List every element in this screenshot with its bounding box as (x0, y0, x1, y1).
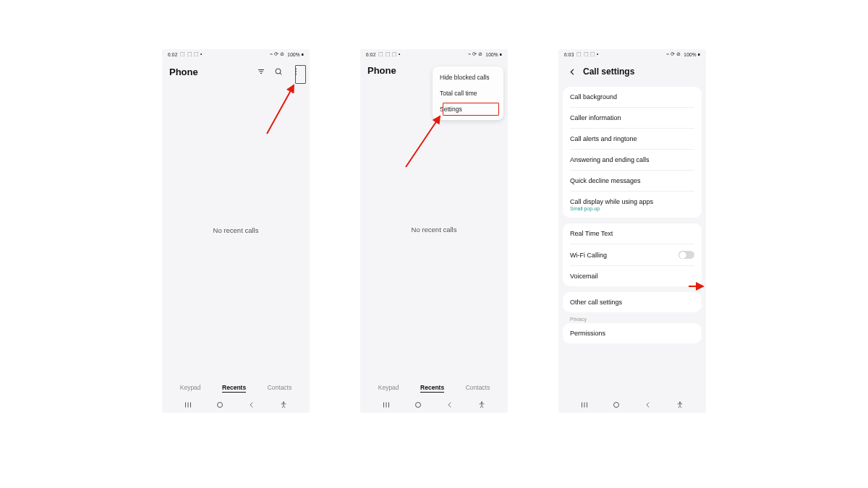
screenshot-phone-app: 6:02 ⬚ ⬚ ⬚ • ⌁ ⟳ ⊘ 100%∎ Phone No recent… (162, 49, 310, 413)
settings-group-1: Call background Caller information Call … (563, 87, 702, 218)
row-label: Voicemail (570, 273, 598, 280)
recents-nav-icon[interactable] (381, 400, 391, 410)
status-time: 6:02 (168, 52, 177, 57)
arrow-to-more (263, 80, 299, 140)
row-label: Other call settings (570, 299, 622, 306)
tab-keypad[interactable]: Keypad (180, 384, 201, 393)
android-navbar (162, 397, 310, 413)
status-time: 6:03 (564, 52, 574, 57)
android-navbar (558, 397, 706, 413)
row-caller-info[interactable]: Caller information (570, 108, 694, 129)
row-wifi-calling[interactable]: Wi-Fi Calling (570, 244, 694, 266)
back-nav-icon[interactable] (643, 400, 653, 410)
row-call-display[interactable]: Call display while using apps Small pop-… (570, 192, 694, 218)
settings-group-4: Permissions (563, 323, 702, 343)
status-time: 6:02 (366, 52, 375, 57)
statusbar: 6:02 ⬚ ⬚ ⬚ • ⌁ ⟳ ⊘ 100%∎ (360, 49, 508, 59)
status-net: ⌁ ⟳ ⊘ (666, 51, 681, 57)
status-net: ⌁ ⟳ ⊘ (468, 51, 483, 57)
row-call-background[interactable]: Call background (570, 87, 694, 108)
arrow-to-settings (402, 113, 453, 174)
status-icons: ⬚ ⬚ ⬚ • (378, 51, 400, 57)
row-label: Quick decline messages (570, 177, 641, 184)
page-title: Call settings (583, 67, 634, 77)
status-net: ⌁ ⟳ ⊘ (270, 51, 285, 57)
svg-point-3 (276, 69, 281, 74)
accessibility-nav-icon[interactable] (477, 400, 487, 410)
svg-point-21 (481, 402, 482, 403)
svg-line-16 (406, 116, 440, 167)
row-rtt[interactable]: Real Time Text (570, 223, 694, 244)
status-battery: 100% (485, 52, 498, 57)
tab-contacts[interactable]: Contacts (268, 384, 292, 393)
row-label: Answering and ending calls (570, 156, 650, 163)
row-answering[interactable]: Answering and ending calls (570, 150, 694, 171)
row-sublabel: Small pop-up (570, 206, 694, 211)
back-nav-icon[interactable] (445, 400, 455, 410)
tab-keypad[interactable]: Keypad (378, 384, 399, 393)
svg-point-27 (614, 403, 619, 408)
android-navbar (360, 397, 508, 413)
empty-state: No recent calls (213, 226, 259, 234)
page-title: Phone (169, 67, 250, 77)
svg-point-28 (679, 402, 681, 403)
menu-total-time[interactable]: Total call time (433, 85, 503, 101)
screenshot-phone-menu: 6:02 ⬚ ⬚ ⬚ • ⌁ ⟳ ⊘ 100%∎ Phone Hide bloc… (360, 49, 508, 413)
row-quick-decline[interactable]: Quick decline messages (570, 171, 694, 192)
status-icons: ⬚ ⬚ ⬚ • (180, 51, 202, 57)
tab-recents[interactable]: Recents (222, 384, 246, 393)
svg-line-4 (280, 73, 282, 75)
svg-line-9 (267, 85, 294, 134)
statusbar: 6:03 ⬚ ⬚ ⬚ • ⌁ ⟳ ⊘ 100%∎ (558, 49, 706, 59)
bottom-tabs: Keypad Recents Contacts (360, 380, 508, 397)
svg-point-20 (416, 403, 421, 408)
back-icon[interactable] (566, 65, 579, 78)
status-battery: 100% (287, 52, 299, 57)
settings-group-2: Real Time Text Wi-Fi Calling Voicemail (563, 223, 702, 286)
recents-nav-icon[interactable] (183, 400, 193, 410)
bottom-tabs: Keypad Recents Contacts (162, 380, 310, 397)
accessibility-nav-icon[interactable] (278, 400, 289, 410)
empty-state: No recent calls (412, 226, 457, 234)
row-other-settings[interactable]: Other call settings (570, 292, 694, 312)
row-call-alerts[interactable]: Call alerts and ringtone (570, 129, 694, 150)
home-nav-icon[interactable] (611, 400, 621, 410)
tab-recents[interactable]: Recents (420, 384, 444, 393)
row-label: Permissions (570, 330, 605, 337)
row-label: Call alerts and ringtone (570, 135, 637, 142)
recents-nav-icon[interactable] (579, 400, 590, 410)
arrow-to-wifi-toggle (687, 281, 706, 295)
filter-icon[interactable] (255, 65, 268, 78)
back-nav-icon[interactable] (247, 400, 257, 410)
home-nav-icon[interactable] (413, 400, 423, 410)
row-label: Caller information (570, 114, 621, 121)
row-label: Call background (570, 93, 617, 100)
row-label: Real Time Text (570, 230, 613, 237)
status-battery: 100% (684, 52, 696, 57)
home-nav-icon[interactable] (215, 400, 225, 410)
screenshot-call-settings: 6:03 ⬚ ⬚ ⬚ • ⌁ ⟳ ⊘ 100%∎ Call settings C… (558, 49, 706, 413)
svg-point-14 (283, 402, 284, 403)
row-label: Wi-Fi Calling (570, 252, 607, 259)
row-permissions[interactable]: Permissions (570, 323, 694, 343)
status-icons: ⬚ ⬚ ⬚ • (576, 51, 598, 57)
search-icon[interactable] (272, 65, 285, 78)
wifi-calling-toggle[interactable] (678, 251, 694, 259)
row-label: Call display while using apps (570, 198, 694, 205)
settings-group-3: Other call settings (563, 292, 702, 312)
privacy-section-label: Privacy (563, 312, 702, 322)
svg-point-13 (218, 403, 223, 408)
menu-hide-blocked[interactable]: Hide blocked calls (433, 69, 503, 85)
tab-contacts[interactable]: Contacts (466, 384, 490, 393)
statusbar: 6:02 ⬚ ⬚ ⬚ • ⌁ ⟳ ⊘ 100%∎ (162, 49, 310, 59)
accessibility-nav-icon[interactable] (675, 400, 685, 410)
row-voicemail[interactable]: Voicemail (570, 266, 694, 286)
